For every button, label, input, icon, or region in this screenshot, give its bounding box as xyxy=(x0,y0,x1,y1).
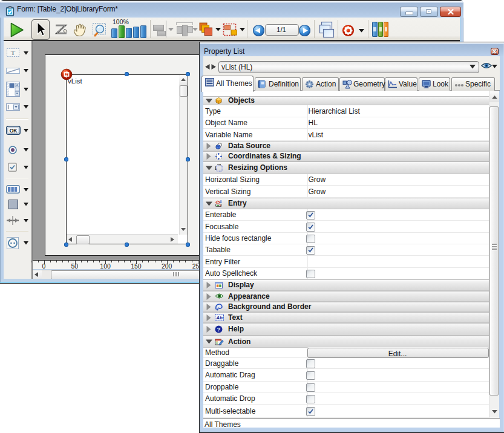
svg-text:OK: OK xyxy=(10,128,18,134)
svg-text:#: # xyxy=(220,200,222,204)
svg-text:T: T xyxy=(11,49,16,56)
svg-text:?: ? xyxy=(217,326,221,333)
svg-text:Ab: Ab xyxy=(215,315,223,321)
